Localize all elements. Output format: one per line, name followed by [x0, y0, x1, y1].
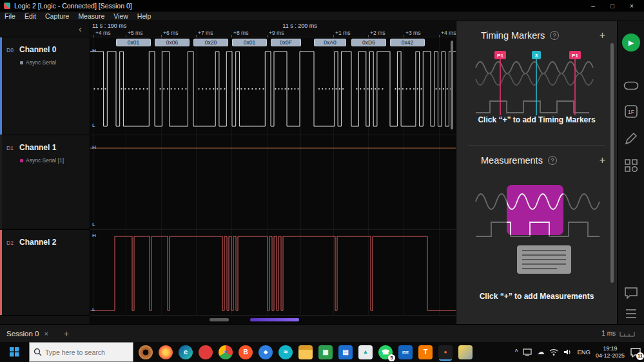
extensions-icon[interactable]: [623, 158, 639, 173]
level-high-label: H: [92, 144, 96, 150]
add-measurement-button[interactable]: +: [600, 155, 605, 166]
menu-view[interactable]: View: [109, 12, 133, 20]
scale-label: 1 ms: [601, 330, 616, 337]
network-wifi-icon[interactable]: [549, 348, 558, 356]
taskbar-app-compass-icon[interactable]: ◆: [259, 345, 273, 359]
timeline-tick-label: +9 ms: [269, 30, 284, 36]
marker-tag-p1-right: P1: [569, 51, 581, 59]
channel-sidebar: ‹ D0Channel 0Async SerialD1Channel 1Asyn…: [0, 21, 90, 324]
channel-color-strip: [0, 135, 2, 229]
menu-measure[interactable]: Measure: [73, 12, 109, 20]
decoded-byte-annotation: 0x20: [193, 39, 228, 46]
whatsapp-glyph: ☎: [382, 349, 389, 356]
timeline[interactable]: 11 s : 190 ms11 s : 200 ms+4 ms+5 ms+6 m…: [90, 21, 456, 37]
maximize-button[interactable]: □: [603, 3, 622, 10]
trigger-icon[interactable]: 1F: [623, 104, 639, 119]
svg-text:1F: 1F: [628, 109, 634, 115]
taskbar-app-t-icon[interactable]: T: [418, 345, 433, 359]
volume-icon[interactable]: [563, 348, 572, 356]
taskbar-app-tools-icon[interactable]: [458, 345, 473, 359]
waveform-row-0[interactable]: HL0x010x060x200x010x0F0xA00xD60x42: [90, 37, 456, 135]
waveform-area[interactable]: 11 s : 190 ms11 s : 200 ms+4 ms+5 ms+6 m…: [90, 21, 456, 324]
svg-text:3: 3: [535, 53, 538, 59]
close-button[interactable]: ×: [622, 3, 641, 10]
display-tray-icon[interactable]: [523, 348, 532, 356]
level-low-label: L: [92, 222, 95, 227]
timeline-tick-label: +3 ms: [405, 30, 420, 36]
analyzer-row[interactable]: Async Serial [1]: [20, 157, 64, 164]
taskbar-search[interactable]: [29, 342, 133, 362]
onedrive-cloud-icon[interactable]: ☁: [537, 348, 544, 356]
help-icon[interactable]: ?: [548, 156, 557, 165]
help-icon[interactable]: ?: [550, 31, 559, 40]
menu-file[interactable]: File: [0, 12, 20, 20]
channel-0-header[interactable]: D0Channel 0Async Serial: [0, 37, 90, 135]
add-session-button[interactable]: +: [64, 329, 69, 339]
waveform-horizontal-scrollbar[interactable]: [210, 318, 229, 321]
measurements-illustration: [473, 177, 602, 279]
waveform-row-2[interactable]: HL: [90, 230, 456, 316]
taskbar-file-explorer-icon[interactable]: [298, 345, 313, 359]
annotations-pencil-icon[interactable]: [623, 131, 639, 146]
channel-name-label: Channel 1: [19, 143, 56, 152]
waveform-svg: [90, 37, 456, 135]
app-green-glyph: ▦: [322, 349, 328, 356]
add-timing-marker-button[interactable]: +: [600, 30, 605, 41]
measurements-title: Measurements: [481, 155, 543, 166]
capture-range-indicator[interactable]: [250, 318, 299, 321]
taskbar-app-red-icon[interactable]: [199, 345, 213, 359]
analyzer-bullet-icon: [20, 159, 23, 162]
waveform-vertical-scrollbar[interactable]: [451, 41, 453, 129]
timing-markers-title: Timing Markers: [481, 30, 545, 41]
menu-edit[interactable]: Edit: [20, 12, 41, 20]
timing-markers-header: Timing Markers ? +: [481, 30, 605, 41]
taskbar-chrome-icon[interactable]: ●: [219, 345, 233, 359]
start-button[interactable]: [0, 342, 29, 362]
ide-glyph: IDE: [402, 350, 409, 354]
taskbar-app-green-icon[interactable]: ▦: [318, 345, 333, 359]
menu-capture[interactable]: Capture: [41, 12, 73, 20]
waveform-row-1[interactable]: HL: [90, 135, 456, 230]
gallery-glyph: ▲: [363, 349, 369, 355]
hidden-icons-button[interactable]: ^: [515, 348, 518, 356]
clock[interactable]: 19:19 04-12-2025: [596, 345, 625, 359]
taskbar-gallery-icon[interactable]: ▲: [358, 345, 373, 359]
taskbar-wifi-tool-icon[interactable]: ≈: [278, 345, 293, 359]
timeline-tick-label: +2 ms: [370, 30, 385, 36]
taskbar-weather-icon[interactable]: [139, 345, 153, 359]
action-center-button[interactable]: 11: [630, 347, 641, 357]
wifi-tool-glyph: ≈: [284, 348, 288, 356]
tab-session-0[interactable]: Session 0 ×: [0, 325, 55, 342]
svg-text:P1: P1: [572, 53, 578, 59]
collapse-sidebar-button[interactable]: ‹: [79, 23, 82, 35]
release-notes-icon[interactable]: [623, 306, 639, 321]
taskbar-ide-icon[interactable]: IDE: [398, 345, 413, 359]
decoded-byte-annotation: 0x01: [232, 39, 267, 46]
taskbar-app-blue-icon[interactable]: ▤: [338, 345, 353, 359]
panel-scrollbar[interactable]: [610, 43, 614, 283]
search-input[interactable]: [45, 348, 122, 356]
close-session-icon[interactable]: ×: [44, 330, 48, 338]
taskbar-fireworks-icon[interactable]: [159, 345, 173, 359]
analyzer-row[interactable]: Async Serial: [20, 59, 56, 66]
channel-name-label: Channel 2: [19, 238, 56, 247]
taskbar-brave-icon[interactable]: B: [239, 345, 253, 359]
waveform-svg: [90, 135, 456, 230]
start-capture-button[interactable]: ▶: [622, 33, 640, 52]
taskbar-edge-icon[interactable]: e: [179, 345, 193, 359]
taskbar-logic2-icon[interactable]: ●: [438, 345, 453, 359]
minimize-button[interactable]: –: [583, 3, 603, 10]
channel-name-label: Channel 0: [19, 45, 56, 54]
timeline-tick-label: +7 ms: [198, 30, 213, 36]
feedback-icon[interactable]: [623, 285, 639, 301]
device-settings-icon[interactable]: [623, 78, 639, 93]
waveform-svg: [90, 230, 456, 316]
timeline-major-label: 11 s : 190 ms: [92, 23, 126, 29]
taskbar-whatsapp-icon[interactable]: ☎5: [378, 345, 393, 359]
tool-strip: ▶ 1F: [617, 21, 644, 324]
svg-text:P1: P1: [497, 53, 503, 59]
language-indicator[interactable]: ENG: [577, 348, 590, 356]
menu-help[interactable]: Help: [133, 12, 156, 20]
channel-1-header[interactable]: D1Channel 1Async Serial [1]: [0, 135, 90, 230]
channel-2-header[interactable]: D2Channel 2: [0, 230, 90, 316]
